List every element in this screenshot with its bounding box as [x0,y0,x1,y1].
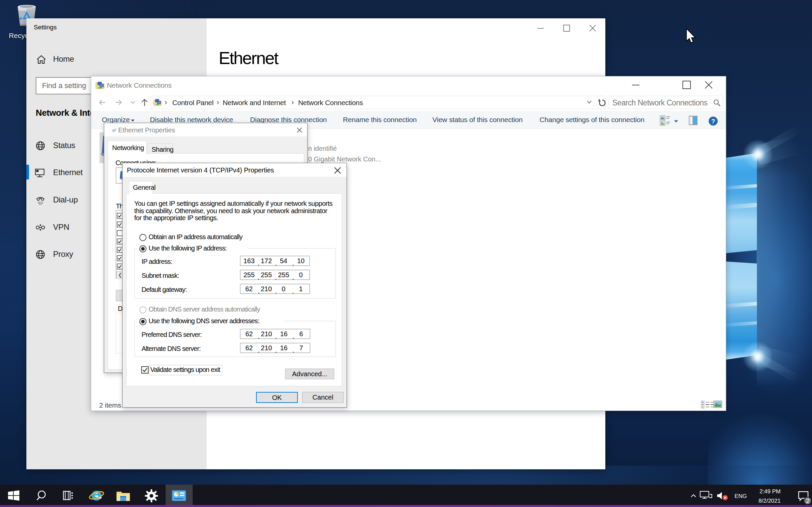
svg-text:2: 2 [806,497,810,504]
svg-text:?: ? [711,118,715,125]
